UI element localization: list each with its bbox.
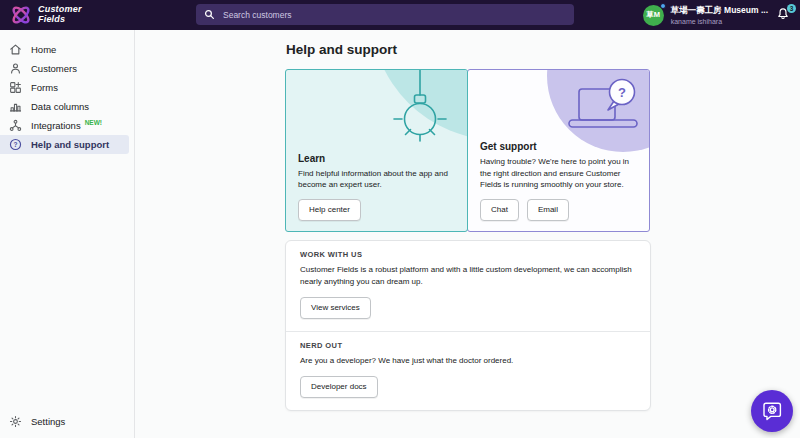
learn-card-text: Find helpful information about the app a… [298,168,455,191]
sidebar-item-help-and-support[interactable]: ? Help and support [0,135,129,154]
main-content: Help and support Learn Find helpful info… [136,30,800,438]
search-icon [204,9,215,20]
sidebar-item-settings[interactable]: Settings [0,412,134,431]
view-services-button[interactable]: View services [300,297,371,319]
app-logo[interactable]: Customer Fields [9,3,82,27]
page-title: Help and support [286,42,651,57]
user-name: kaname ishihara [671,18,768,25]
chat-gear-icon [761,400,783,422]
customers-icon [9,62,22,75]
customer-fields-logo-icon [9,3,33,27]
get-support-card: ? Get support Having trouble? We're here… [467,69,650,232]
learn-card-title: Learn [298,153,455,164]
chat-widget-button[interactable] [751,390,793,432]
data-columns-icon [9,100,22,113]
chat-button[interactable]: Chat [480,199,519,221]
notifications-button[interactable]: 3 [776,7,792,23]
section-heading: NERD OUT [300,341,636,350]
help-center-button[interactable]: Help center [298,199,361,221]
sidebar-item-forms[interactable]: Forms [0,78,134,97]
svg-text:?: ? [618,85,626,100]
new-badge: NEW! [85,119,102,126]
svg-text:?: ? [14,141,18,148]
email-button[interactable]: Email [527,199,569,221]
search-input[interactable] [221,9,566,21]
sidebar-item-integrations[interactable]: Integrations NEW! [0,116,134,135]
sidebar-item-label: Help and support [31,139,109,150]
account-menu[interactable]: 草M 草場一壽工房 Museum ... kaname ishihara [643,0,768,30]
sidebar-item-data-columns[interactable]: Data columns [0,97,134,116]
sidebar-item-label: Customers [31,63,77,74]
logo-text: Customer Fields [38,5,82,25]
gear-icon [9,415,22,428]
sidebar-item-home[interactable]: Home [0,40,134,59]
learn-card: Learn Find helpful information about the… [285,69,468,232]
notification-count-badge: 3 [787,4,796,13]
get-support-card-text: Having trouble? We're here to point you … [480,156,637,191]
sidebar-item-label: Data columns [31,101,89,112]
sidebar-item-label: Forms [31,82,58,93]
sidebar-item-label: Home [31,44,56,55]
section-text: Are you a developer? We have just what t… [300,355,636,367]
avatar-status-dot [660,3,666,9]
lightbulb-illustration [382,69,458,149]
section-heading: WORK WITH US [300,250,636,259]
get-support-card-title: Get support [480,141,637,152]
sidebar-item-label: Integrations [31,120,81,131]
integrations-icon [9,119,22,132]
info-panel: WORK WITH US Customer Fields is a robust… [285,240,651,411]
top-bar: Customer Fields 草M 草場一壽工房 Museum ... kan… [0,0,800,30]
sidebar-item-label: Settings [31,416,65,427]
help-cards-row: Learn Find helpful information about the… [285,69,651,232]
nerd-out-section: NERD OUT Are you a developer? We have ju… [286,331,650,410]
section-text: Customer Fields is a robust platform and… [300,264,636,288]
laptop-question-illustration: ? [563,78,643,136]
search-bar[interactable] [196,4,574,25]
forms-icon [9,81,22,94]
sidebar-item-customers[interactable]: Customers [0,59,134,78]
help-icon: ? [9,138,22,151]
store-name: 草場一壽工房 Museum ... [671,5,768,17]
sidebar: Home Customers Forms Data column [0,30,135,438]
work-with-us-section: WORK WITH US Customer Fields is a robust… [286,241,650,331]
home-icon [9,43,22,56]
developer-docs-button[interactable]: Developer docs [300,376,378,398]
